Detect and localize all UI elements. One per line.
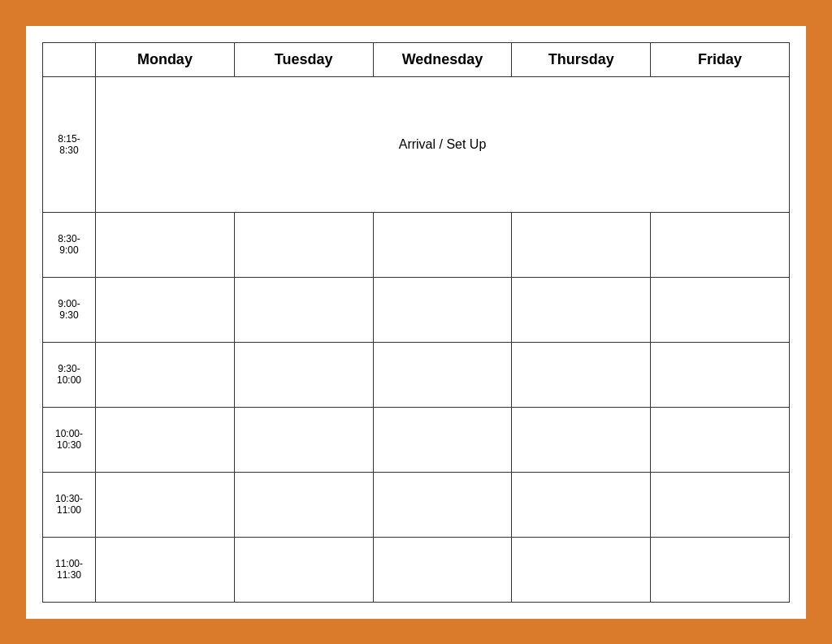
table-row: 10:30- 11:00 xyxy=(43,472,790,537)
day-cell[interactable] xyxy=(651,277,790,342)
day-cell[interactable] xyxy=(651,472,790,537)
header-monday: Monday xyxy=(96,42,235,76)
table-row: 11:00- 11:30 xyxy=(43,537,790,602)
table-row: 9:00- 9:30 xyxy=(43,277,790,342)
day-cell[interactable] xyxy=(373,537,512,602)
table-row: 8:15- 8:30Arrival / Set Up xyxy=(43,76,790,212)
day-cell[interactable] xyxy=(96,537,235,602)
day-cell[interactable] xyxy=(96,407,235,472)
header-wednesday: Wednesday xyxy=(373,42,512,76)
header-friday: Friday xyxy=(651,42,790,76)
day-cell[interactable] xyxy=(373,277,512,342)
arrival-cell: Arrival / Set Up xyxy=(96,76,790,212)
day-cell[interactable] xyxy=(373,212,512,277)
day-cell[interactable] xyxy=(96,472,235,537)
table-row: 9:30- 10:00 xyxy=(43,342,790,407)
day-cell[interactable] xyxy=(234,407,373,472)
schedule-table: Monday Tuesday Wednesday Thursday Friday… xyxy=(42,42,790,603)
day-cell[interactable] xyxy=(96,277,235,342)
day-cell[interactable] xyxy=(234,537,373,602)
day-cell[interactable] xyxy=(512,407,651,472)
header-thursday: Thursday xyxy=(512,42,651,76)
header-empty xyxy=(43,42,96,76)
table-row: 10:00- 10:30 xyxy=(43,407,790,472)
day-cell[interactable] xyxy=(651,537,790,602)
day-cell[interactable] xyxy=(512,472,651,537)
day-cell[interactable] xyxy=(373,407,512,472)
day-cell[interactable] xyxy=(234,277,373,342)
header-tuesday: Tuesday xyxy=(234,42,373,76)
day-cell[interactable] xyxy=(512,537,651,602)
time-cell: 11:00- 11:30 xyxy=(43,537,96,602)
day-cell[interactable] xyxy=(234,472,373,537)
day-cell[interactable] xyxy=(96,342,235,407)
page-container: Monday Tuesday Wednesday Thursday Friday… xyxy=(26,26,806,619)
day-cell[interactable] xyxy=(512,212,651,277)
time-cell: 10:00- 10:30 xyxy=(43,407,96,472)
time-cell: 10:30- 11:00 xyxy=(43,472,96,537)
day-cell[interactable] xyxy=(651,342,790,407)
day-cell[interactable] xyxy=(234,342,373,407)
day-cell[interactable] xyxy=(512,342,651,407)
time-cell: 8:30- 9:00 xyxy=(43,212,96,277)
table-row: 8:30- 9:00 xyxy=(43,212,790,277)
day-cell[interactable] xyxy=(373,472,512,537)
day-cell[interactable] xyxy=(512,277,651,342)
time-cell: 9:00- 9:30 xyxy=(43,277,96,342)
day-cell[interactable] xyxy=(373,342,512,407)
day-cell[interactable] xyxy=(651,407,790,472)
time-cell: 8:15- 8:30 xyxy=(43,76,96,212)
day-cell[interactable] xyxy=(96,212,235,277)
day-cell[interactable] xyxy=(651,212,790,277)
time-cell: 9:30- 10:00 xyxy=(43,342,96,407)
day-cell[interactable] xyxy=(234,212,373,277)
